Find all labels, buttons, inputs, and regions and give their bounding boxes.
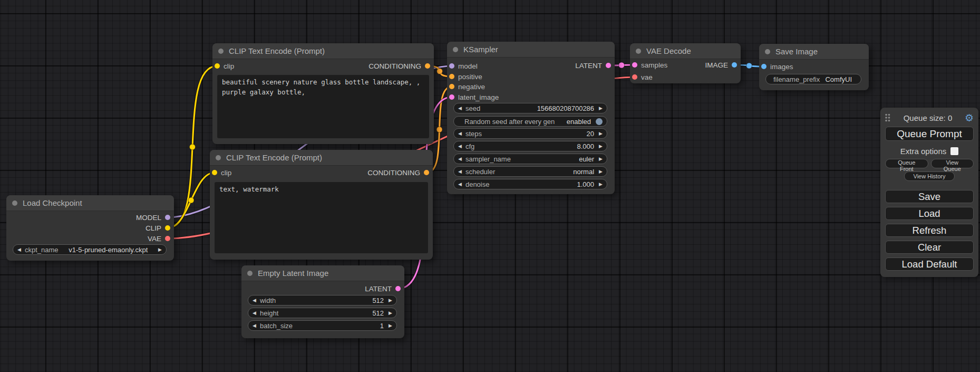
node-title: Empty Latent Image [258, 269, 328, 278]
Random seed after every gen-widget[interactable]: Random seed after every genenabled [453, 116, 607, 127]
CLIP-output-dot[interactable] [165, 225, 170, 231]
images-input-dot[interactable] [761, 64, 766, 69]
image-link-midpoint-dot[interactable] [746, 63, 752, 69]
node-clip-text-encode-positive[interactable]: CLIP Text Encode (Prompt)clipCONDITIONIN… [212, 43, 434, 144]
increment-arrow-icon[interactable]: ▶ [599, 106, 603, 111]
graph-canvas[interactable]: Load CheckpointMODELCLIPVAE◀ckpt_namev1-… [0, 0, 980, 372]
increment-arrow-icon[interactable]: ▶ [599, 169, 603, 174]
node-load-checkpoint[interactable]: Load CheckpointMODELCLIPVAE◀ckpt_namev1-… [6, 195, 174, 261]
load-button[interactable]: Load [885, 207, 974, 220]
samples-link-midpoint-dot[interactable] [619, 62, 625, 68]
batch_size-widget[interactable]: ◀batch_size1▶ [248, 320, 397, 331]
extra-options-checkbox[interactable] [950, 147, 958, 155]
model-input-dot[interactable] [449, 63, 454, 69]
decrement-arrow-icon[interactable]: ◀ [458, 169, 462, 174]
clip-positive-link-midpoint-dot[interactable] [190, 144, 196, 150]
widget-value: 156680208700286 [537, 104, 594, 112]
widget-value: 8.000 [577, 142, 595, 150]
denoise-widget[interactable]: ◀denoise1.000▶ [453, 179, 607, 189]
input-slot-label: images [770, 63, 793, 71]
output-slot-label: VAE [148, 235, 161, 243]
collapse-dot-icon[interactable] [218, 49, 224, 54]
extra-options-label: Extra options [900, 147, 947, 156]
collapse-dot-icon[interactable] [12, 201, 17, 206]
widget-label: Random seed after every gen [464, 118, 555, 126]
view-history-button[interactable]: View History [904, 171, 955, 181]
prompt-textarea[interactable]: text, watermark [215, 182, 428, 253]
node-title: VAE Decode [646, 46, 691, 55]
samples-input-dot[interactable] [632, 62, 637, 68]
widget-value: 1 [380, 322, 384, 330]
collapse-dot-icon[interactable] [765, 49, 770, 54]
LATENT-output-dot[interactable] [606, 63, 611, 68]
decrement-arrow-icon[interactable]: ◀ [458, 106, 462, 111]
toggle-knob-icon[interactable] [596, 118, 603, 125]
vae-input-slot: vae [630, 72, 653, 82]
widget-label: sampler_name [465, 155, 511, 163]
clip-input-dot[interactable] [212, 170, 217, 175]
scheduler-widget[interactable]: ◀schedulernormal▶ [453, 166, 607, 177]
decrement-arrow-icon[interactable]: ◀ [17, 247, 21, 252]
VAE-output-slot: VAE [148, 233, 174, 244]
vae-input-dot[interactable] [632, 74, 637, 80]
decrement-arrow-icon[interactable]: ◀ [458, 182, 462, 187]
CONDITIONING-output-slot: CONDITIONING [367, 167, 433, 178]
LATENT-output-dot[interactable] [395, 286, 401, 291]
steps-widget[interactable]: ◀steps20▶ [453, 128, 607, 139]
increment-arrow-icon[interactable]: ▶ [599, 157, 603, 161]
width-widget[interactable]: ◀width512▶ [248, 295, 397, 306]
collapse-dot-icon[interactable] [216, 155, 221, 160]
collapse-dot-icon[interactable] [636, 49, 641, 54]
clip-negative-link-midpoint-dot[interactable] [188, 197, 194, 203]
view-queue-button[interactable]: View Queue [931, 159, 974, 168]
drag-handle-icon[interactable] [885, 113, 891, 122]
decrement-arrow-icon[interactable]: ◀ [458, 157, 462, 161]
node-vae-decode[interactable]: VAE DecodesamplesvaeIMAGE [630, 43, 741, 83]
MODEL-output-dot[interactable] [165, 215, 170, 220]
queue-prompt-button[interactable]: Queue Prompt [885, 127, 974, 141]
cfg-widget[interactable]: ◀cfg8.000▶ [453, 141, 607, 151]
positive-cond-link-midpoint-dot[interactable] [437, 69, 443, 74]
filename_prefix-widget[interactable]: filename_prefixComfyUI [765, 74, 861, 84]
negative-input-dot[interactable] [449, 84, 454, 89]
prompt-textarea[interactable]: beautiful scenery nature glass bottle la… [217, 75, 429, 138]
refresh-button[interactable]: Refresh [885, 224, 974, 237]
collapse-dot-icon[interactable] [247, 271, 253, 276]
ckpt_name-widget[interactable]: ◀ckpt_namev1-5-pruned-emaonly.ckpt▶ [13, 244, 167, 255]
negative-cond-link-midpoint-dot[interactable] [436, 127, 442, 132]
node-clip-text-encode-negative[interactable]: CLIP Text Encode (Prompt)clipCONDITIONIN… [210, 150, 433, 260]
increment-arrow-icon[interactable]: ▶ [158, 247, 162, 252]
CONDITIONING-output-dot[interactable] [425, 63, 430, 69]
increment-arrow-icon[interactable]: ▶ [389, 323, 392, 328]
increment-arrow-icon[interactable]: ▶ [599, 182, 603, 187]
increment-arrow-icon[interactable]: ▶ [599, 144, 603, 149]
decrement-arrow-icon[interactable]: ◀ [458, 144, 462, 149]
IMAGE-output-dot[interactable] [732, 62, 737, 68]
increment-arrow-icon[interactable]: ▶ [389, 298, 392, 303]
sampler_name-widget[interactable]: ◀sampler_nameeuler▶ [453, 154, 607, 164]
height-widget[interactable]: ◀height512▶ [248, 308, 397, 318]
decrement-arrow-icon[interactable]: ◀ [253, 311, 256, 316]
decrement-arrow-icon[interactable]: ◀ [458, 131, 462, 136]
decrement-arrow-icon[interactable]: ◀ [253, 323, 256, 328]
save-button[interactable]: Save [885, 190, 974, 203]
clear-button[interactable]: Clear [885, 241, 974, 254]
increment-arrow-icon[interactable]: ▶ [599, 131, 603, 136]
widget-value: enabled [567, 118, 591, 126]
load-default-button[interactable]: Load Default [885, 257, 974, 271]
positive-input-dot[interactable] [449, 74, 454, 79]
widget-value: euler [579, 155, 594, 163]
CONDITIONING-output-dot[interactable] [424, 170, 429, 175]
queue-front-button[interactable]: Queue Front [885, 159, 928, 168]
VAE-output-dot[interactable] [165, 236, 170, 241]
collapse-dot-icon[interactable] [453, 47, 458, 52]
seed-widget[interactable]: ◀seed156680208700286▶ [453, 103, 607, 113]
settings-gear-icon[interactable]: ⚙ [965, 113, 974, 123]
node-save-image[interactable]: Save Imageimagesfilename_prefixComfyUI [759, 44, 869, 90]
latent_image-input-dot[interactable] [449, 94, 454, 100]
decrement-arrow-icon[interactable]: ◀ [253, 298, 256, 303]
node-ksampler[interactable]: KSamplermodelpositivenegativelatent_imag… [447, 42, 615, 194]
increment-arrow-icon[interactable]: ▶ [389, 311, 392, 316]
node-empty-latent-image[interactable]: Empty Latent ImageLATENT◀width512▶◀heigh… [241, 265, 404, 338]
clip-input-dot[interactable] [215, 63, 220, 69]
